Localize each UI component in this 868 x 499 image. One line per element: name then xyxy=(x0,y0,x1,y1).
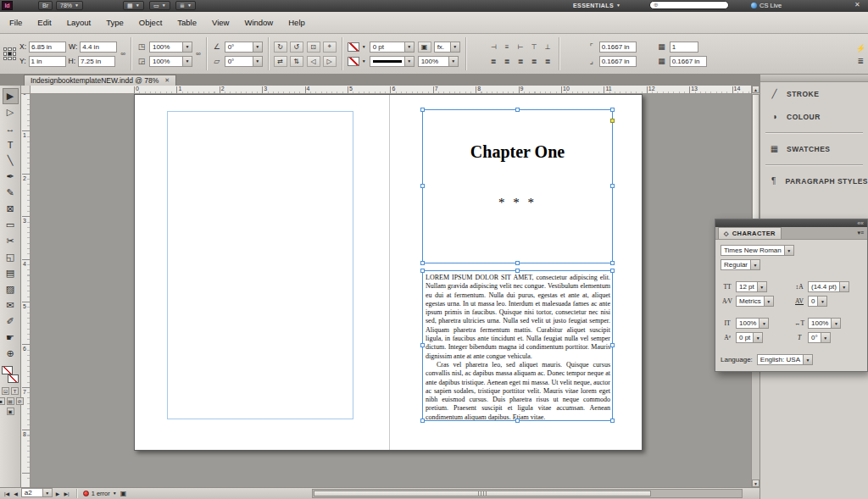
line-tool[interactable]: ╲ xyxy=(3,152,19,169)
constrain-dimensions-icon[interactable]: ∞ xyxy=(120,50,125,58)
panel-button-stroke[interactable]: ╱STROKE xyxy=(760,82,868,105)
align-bottom-button[interactable]: ⊥ xyxy=(542,42,554,52)
apply-gradient-button[interactable]: ▤ xyxy=(7,397,14,405)
object-effects-button[interactable]: ▣ xyxy=(418,42,431,53)
apply-none-button[interactable]: ⊘ xyxy=(16,397,24,405)
eyedropper-tool[interactable]: ✐ xyxy=(3,313,19,330)
align-right-button[interactable]: ⊢ xyxy=(515,42,526,52)
cs-live-button[interactable]: CS Live xyxy=(751,1,782,10)
fill-color-swatch[interactable] xyxy=(348,42,359,52)
view-options-button[interactable]: ▦▼ xyxy=(123,1,144,10)
stroke-swatch[interactable] xyxy=(8,374,19,383)
distribute-top-button[interactable]: ≣ xyxy=(529,56,540,66)
quick-apply-icon[interactable]: ⚡ xyxy=(856,44,865,53)
gradient-feather-tool[interactable]: ▨ xyxy=(3,281,19,297)
menu-layout[interactable]: Layout xyxy=(59,15,99,30)
flip-horizontal-button[interactable]: ⇄ xyxy=(274,56,287,67)
preflight-status[interactable]: 1 error xyxy=(92,490,110,497)
horizontal-scrollbar-thumb[interactable] xyxy=(314,491,651,496)
panel-button-paragraph-styles[interactable]: ¶PARAGRAPH STYLES xyxy=(760,169,868,192)
constrain-scale-icon[interactable]: ∞ xyxy=(196,50,201,58)
frame-handle[interactable] xyxy=(420,343,425,347)
horizontal-ruler[interactable]: 01234567891011121314 xyxy=(31,86,751,94)
language-select[interactable]: English: USA▼ xyxy=(757,354,862,365)
frame-handle[interactable] xyxy=(515,261,520,265)
formatting-affects-container-button[interactable]: ⊡ xyxy=(2,387,9,395)
ruler-origin-box[interactable] xyxy=(21,86,31,94)
align-top-button[interactable]: ⊤ xyxy=(529,42,540,52)
bridge-button[interactable]: Br xyxy=(38,1,53,10)
flip-vertical-button[interactable]: ⇅ xyxy=(290,56,303,67)
scale-x-select[interactable]: 100%▼ xyxy=(149,42,192,53)
scroll-down-icon[interactable]: ▼ xyxy=(752,480,760,487)
page-number-select[interactable]: a2▼ xyxy=(21,488,53,499)
body-text-frame[interactable]: LOREM IPSUM DOLOR SIT AMET, consectetur … xyxy=(422,270,613,421)
direct-selection-tool[interactable]: ▷ xyxy=(3,104,19,120)
frame-handle[interactable] xyxy=(610,269,615,273)
stroke-color-swatch[interactable] xyxy=(348,57,359,66)
normal-view-mode-button[interactable]: ▣ xyxy=(7,408,14,415)
width-field[interactable]: 4.4 in xyxy=(80,42,117,53)
document-tab[interactable]: IndesignbooktemplateNEW.indd @ 78% ✕ xyxy=(24,75,176,86)
menu-edit[interactable]: Edit xyxy=(30,15,58,30)
rectangle-frame-tool[interactable]: ⊠ xyxy=(3,201,19,217)
tracking-select[interactable]: 0▼ xyxy=(808,296,862,307)
title-text-frame[interactable]: Chapter One * * * xyxy=(422,109,613,263)
menu-object[interactable]: Object xyxy=(131,15,170,30)
vertical-scale-select[interactable]: 100%▼ xyxy=(736,318,790,329)
stroke-style-select[interactable]: ▼ xyxy=(370,56,415,67)
rotate-90-ccw-button[interactable]: ↺ xyxy=(290,42,303,53)
menu-window[interactable]: Window xyxy=(236,15,281,30)
last-page-button[interactable]: ▶| xyxy=(63,491,70,496)
scissors-tool[interactable]: ✂ xyxy=(3,233,19,249)
frame-handle[interactable] xyxy=(515,419,520,423)
next-page-button[interactable]: ▶ xyxy=(55,491,61,496)
rotate-90-cw-button[interactable]: ↻ xyxy=(274,42,287,53)
chevron-down-icon[interactable]: ▼ xyxy=(113,491,117,496)
menu-file[interactable]: File xyxy=(2,15,30,30)
fill-swatch[interactable] xyxy=(2,366,13,374)
menu-help[interactable]: Help xyxy=(281,15,313,30)
gradient-swatch-tool[interactable]: ▤ xyxy=(3,265,19,281)
select-next-object-button[interactable]: ▷ xyxy=(323,56,337,67)
frame-handle[interactable] xyxy=(515,108,520,112)
formatting-affects-text-button[interactable]: T xyxy=(11,387,19,395)
frame-handle[interactable] xyxy=(420,261,425,265)
distribute-right-button[interactable]: ≣ xyxy=(515,56,526,66)
x-position-field[interactable]: 6.85 in xyxy=(29,42,66,53)
select-previous-object-button[interactable]: ◁ xyxy=(307,56,320,67)
horizontal-scale-select[interactable]: 100%▼ xyxy=(808,318,862,329)
frame-handle[interactable] xyxy=(610,261,615,265)
pen-tool[interactable]: ✒ xyxy=(3,169,19,185)
stroke-weight-select[interactable]: 0 pt▼ xyxy=(370,42,415,53)
panel-button-swatches[interactable]: ▦SWATCHES xyxy=(760,137,868,160)
dock-drag-bar[interactable] xyxy=(760,75,868,82)
menu-table[interactable]: Table xyxy=(170,15,204,30)
corner-radius-field-top[interactable]: 0.1667 in xyxy=(599,42,637,53)
distribute-bottom-button[interactable]: ≣ xyxy=(542,56,554,66)
corner-options-handle[interactable] xyxy=(610,119,615,123)
spread[interactable]: Chapter One * * * LOREM IPSUM DOLOR SIT … xyxy=(134,94,643,451)
type-tool[interactable]: T xyxy=(3,136,19,152)
gap-tool[interactable]: ↔ xyxy=(3,120,19,136)
panel-drag-bar[interactable]: «« xyxy=(715,219,867,227)
vertical-ruler[interactable]: 012345678 xyxy=(21,94,31,487)
rotation-angle-select[interactable]: 0°▼ xyxy=(225,42,263,53)
note-tool[interactable]: ✉ xyxy=(3,297,19,313)
selection-tool[interactable]: ▶ xyxy=(3,88,19,104)
select-container-button[interactable]: ⊡ xyxy=(307,42,320,53)
font-family-select[interactable]: Times New Roman▼ xyxy=(721,245,862,256)
skew-field[interactable]: 0°▼ xyxy=(808,332,862,343)
baseline-shift-field[interactable]: 0 pt▼ xyxy=(736,332,790,343)
window-close-button[interactable]: ✕ xyxy=(854,1,860,8)
opacity-select[interactable]: 100%▼ xyxy=(418,56,459,67)
pencil-tool[interactable]: ✎ xyxy=(3,185,19,201)
workspace-switcher[interactable]: ESSENTIALS▼ xyxy=(570,1,624,10)
search-input[interactable]: ⊕ xyxy=(649,1,729,9)
panel-button-colour[interactable]: ◑COLOUR xyxy=(760,105,868,128)
screen-mode-button[interactable]: ▭▼ xyxy=(149,1,170,10)
font-size-select[interactable]: 12 pt▼ xyxy=(736,281,790,292)
control-panel-menu-icon[interactable]: ≣ xyxy=(858,57,865,65)
document-canvas[interactable]: Chapter One * * * LOREM IPSUM DOLOR SIT … xyxy=(31,94,751,487)
gutter-field[interactable]: 0.1667 in xyxy=(670,56,707,67)
